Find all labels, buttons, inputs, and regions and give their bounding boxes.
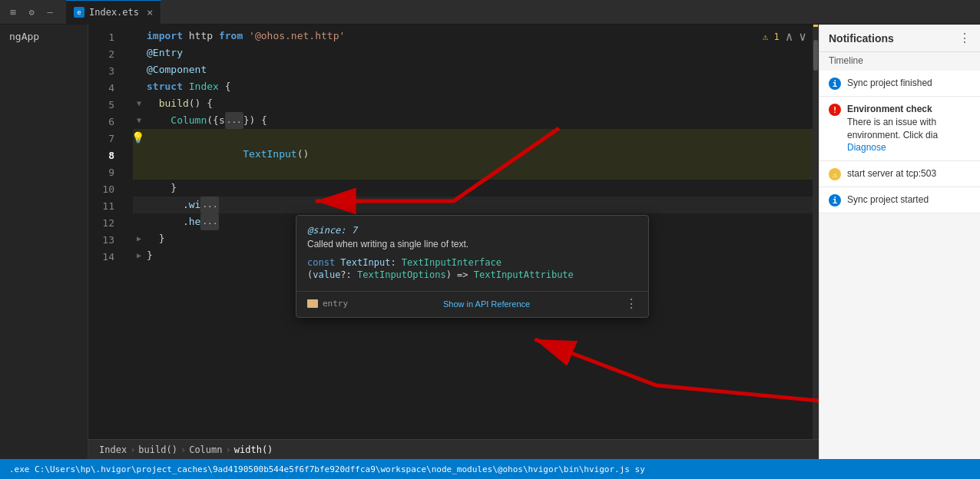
fold-icon-6[interactable]: ▼	[133, 97, 145, 110]
tooltip-api-link[interactable]: Show in API Reference	[443, 299, 530, 309]
scrollbar-mark	[813, 25, 818, 27]
tooltip-sig2: (value?: TextInputOptions) => TextInputA…	[307, 269, 637, 280]
notif-item-2: ⚠ start server at tcp:503	[819, 161, 980, 187]
tooltip-source-label: entry	[323, 299, 348, 309]
warning-badge[interactable]: ⚠ 1	[763, 31, 780, 42]
notif-items-list: i Sync project finished ! Environment ch…	[819, 71, 980, 459]
notif-item-3: i Sync project started	[819, 187, 980, 213]
editor-toolbar: ⚠ 1 ∧ ∨	[763, 31, 806, 43]
tooltip-source: entry	[307, 299, 348, 309]
code-line-1: import http from '@ohos.net.http'	[133, 28, 813, 45]
minimize-icon[interactable]: —	[43, 5, 57, 19]
breadcrumb-width[interactable]: width()	[234, 444, 273, 455]
notif-item-text-1: Environment check There is an issue with…	[847, 103, 971, 154]
code-line-10: .wi...	[133, 197, 813, 213]
editor-scrollbar[interactable]	[813, 25, 819, 439]
tooltip-more-button[interactable]: ⋮	[625, 296, 637, 311]
breadcrumb-column[interactable]: Column	[189, 444, 222, 455]
line-numbers: 1 2 3 4 5 6 7 8 9 10 11 12 13 14	[88, 28, 127, 439]
sidebar-project-name[interactable]: ngApp	[9, 31, 39, 42]
notif-icon-error-1: !	[829, 104, 841, 116]
code-line-6: ▼ build() {	[133, 95, 813, 112]
breadcrumb-sep-2: ›	[180, 444, 186, 455]
notif-icon-info-0: i	[829, 78, 841, 90]
bulb-icon[interactable]: 💡	[131, 129, 144, 146]
notifications-panel: Notifications ⋮ Timeline i Sync project …	[819, 25, 980, 459]
breadcrumb-index[interactable]: Index	[99, 444, 127, 455]
status-text: .exe C:\Users\hp\.hvigor\project_caches\…	[9, 464, 645, 474]
notif-sub-1: There is an issue with environment. Clic…	[847, 117, 938, 140]
code-line-4: struct Index {	[133, 78, 813, 95]
breadcrumb-sep-3: ›	[226, 444, 231, 455]
status-bar: .exe C:\Users\hp\.hvigor\project_caches\…	[0, 459, 980, 479]
code-line-9: }	[133, 180, 813, 197]
notif-bold-1: Environment check	[847, 104, 932, 114]
title-bar-icons: ⊞ ⚙ —	[6, 5, 57, 19]
fold-icon-12[interactable]: ▶	[133, 233, 145, 245]
notif-panel-title: Notifications	[829, 32, 894, 45]
toolbar-expand-btn[interactable]: ∧	[786, 31, 793, 43]
sidebar: ngApp	[0, 25, 88, 459]
tooltip-footer: entry Show in API Reference ⋮	[296, 291, 648, 317]
notif-icon-info-3: i	[829, 194, 841, 206]
gear-icon[interactable]: ⚙	[25, 5, 38, 19]
warning-count: ⚠ 1	[763, 31, 780, 42]
notif-item-text-2: start server at tcp:503	[847, 167, 936, 180]
scrollbar-thumb	[813, 40, 818, 71]
breadcrumb-build[interactable]: build()	[138, 444, 177, 455]
breadcrumb-bar: Index › build() › Column › width()	[88, 439, 819, 459]
code-line-2: @Entry	[133, 45, 813, 61]
tooltip-body: @since: 7 Called when writing a single l…	[296, 216, 648, 291]
notif-item-1: ! Environment check There is an issue wi…	[819, 97, 980, 161]
notif-text-0: Sync project finished	[847, 78, 932, 88]
grid-icon[interactable]: ⊞	[6, 5, 20, 19]
tooltip-popup: @since: 7 Called when writing a single l…	[296, 215, 649, 318]
breadcrumb-sep-1: ›	[130, 444, 135, 455]
notif-header: Notifications ⋮	[819, 25, 980, 52]
notif-text-3: Sync project started	[847, 194, 929, 205]
fold-icon-7[interactable]: ▼	[133, 114, 145, 127]
folder-icon	[307, 299, 318, 308]
tooltip-sig1: const TextInput: TextInputInterface	[307, 257, 637, 268]
notif-item-0: i Sync project finished	[819, 71, 980, 97]
tab-file-icon: e	[74, 7, 84, 18]
toolbar-collapse-btn[interactable]: ∨	[799, 31, 806, 43]
code-line-7: ▼ Column({s...}) {	[133, 112, 813, 129]
code-line-3: @Component	[133, 61, 813, 78]
editor-area: ⚠ 1 ∧ ∨ 1 2 3 4 5 6 7 8 9 10 11	[88, 25, 819, 459]
notif-text-2: start server at tcp:503	[847, 168, 936, 179]
editor-tab[interactable]: e Index.ets ×	[66, 0, 161, 25]
notif-item-text-0: Sync project finished	[847, 77, 932, 90]
code-line-8: 💡 TextInput()	[133, 129, 813, 180]
notif-item-text-3: Sync project started	[847, 193, 929, 206]
fold-icon-13[interactable]: ▶	[133, 249, 145, 262]
tooltip-desc: Called when writing a single line of tex…	[307, 239, 637, 249]
tooltip-tag: @since: 7	[307, 225, 637, 236]
notif-icon-warn-2: ⚠	[829, 168, 841, 180]
notif-menu-button[interactable]: ⋮	[958, 31, 971, 45]
main-area: ngApp ⚠ 1 ∧ ∨ 1 2 3 4 5 6 7 8	[0, 25, 980, 459]
notif-timeline-label: Timeline	[819, 52, 980, 71]
title-bar: ⊞ ⚙ — e Index.ets ×	[0, 0, 980, 25]
tab-label: Index.ets	[89, 7, 139, 18]
notif-diagnose-link[interactable]: Diagnose	[847, 142, 886, 153]
tab-close-button[interactable]: ×	[147, 6, 153, 18]
